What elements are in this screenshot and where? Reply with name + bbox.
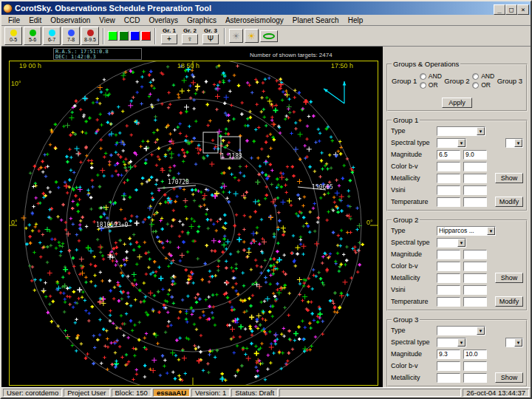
combo-value	[437, 327, 477, 335]
metallicity-field[interactable]	[437, 174, 460, 183]
andor-option-label: OR	[481, 81, 491, 89]
color-b-v-field[interactable]	[437, 361, 460, 371]
hour-label-2: 18 50 h	[177, 62, 200, 69]
magnitude-field[interactable]	[463, 250, 487, 259]
metallicity-field[interactable]	[437, 373, 460, 383]
magnitude-filter-button-0-5[interactable]: 0-5	[4, 27, 22, 45]
andor-2-and-radio[interactable]	[472, 73, 479, 80]
group-2-row-temperature: TemperatureModify	[389, 296, 525, 307]
magnitude-field[interactable]	[437, 250, 460, 259]
close-button[interactable]: ×	[517, 4, 529, 15]
menu-overlays[interactable]: Overlays	[144, 16, 182, 24]
maximize-button[interactable]: □	[505, 4, 517, 15]
magnitude-filter-button-5-6[interactable]: 5-6	[24, 27, 41, 45]
group-3-label: Group 3	[497, 77, 522, 85]
color-b-v-field[interactable]	[437, 262, 460, 271]
combo-value	[437, 127, 477, 135]
color-b-v-field[interactable]	[437, 162, 460, 171]
ellipse-overlay-button[interactable]	[260, 30, 278, 42]
magnitude-filter-button-8-9-5[interactable]: 8-9.5	[81, 27, 99, 45]
toolbar-separator	[224, 28, 225, 44]
menu-planet-search[interactable]: Planet Search	[288, 16, 344, 24]
type-combobox[interactable]: Hipparcos ...▼	[437, 226, 496, 236]
andor-1-or-radio[interactable]	[420, 82, 426, 89]
spectral-type-label: Spectral type	[391, 139, 434, 146]
metallicity-field[interactable]	[463, 373, 487, 383]
type-combobox[interactable]: ▼	[437, 326, 485, 335]
chevron-down-icon: ▼	[457, 139, 466, 147]
andor-1-and-radio[interactable]	[420, 73, 426, 80]
color-swatch-button-2[interactable]	[119, 31, 129, 41]
color-b-v-field[interactable]	[463, 262, 487, 271]
color-b-v-field[interactable]	[463, 361, 487, 371]
spectral-type-label: Spectral type	[391, 239, 434, 246]
magnitude-field[interactable]: 9.3	[437, 349, 460, 359]
group-tool-button-2[interactable]: ♀	[182, 34, 198, 44]
group-1-box: Group 1Type▼Spectral type▼▼Magnitude6.59…	[386, 116, 528, 211]
menu-ccd[interactable]: CCD	[120, 16, 145, 24]
menu-edit[interactable]: Edit	[24, 16, 46, 24]
menu-observation[interactable]: Observation	[46, 16, 95, 24]
group-tool-button-1[interactable]: +	[161, 34, 177, 44]
show-button-group-3[interactable]: Show	[495, 372, 523, 383]
window-title: CorotSky. Observations Schedule Preparat…	[15, 4, 491, 13]
spectral-type-combobox[interactable]: ▼	[437, 238, 466, 248]
magnitude-label: Magnitude	[391, 151, 434, 158]
menu-file[interactable]: File	[4, 16, 24, 24]
type-label: Type	[391, 227, 434, 234]
group-2-box: Group 2TypeHipparcos ...▼Spectral type▼M…	[386, 216, 528, 311]
color-swatch-button-4[interactable]	[141, 31, 151, 41]
spectral-type-combobox[interactable]: ▼	[505, 338, 523, 347]
magnitude-field[interactable]: 6.5	[437, 150, 460, 160]
metallicity-field[interactable]	[463, 273, 487, 283]
magnitude-label: Magnitude	[391, 250, 434, 258]
spectral-type-combobox[interactable]: ▼	[505, 138, 523, 148]
magnitude-range-label: 6-7	[48, 37, 55, 42]
sun-yellow-button[interactable]: ☀	[245, 29, 259, 43]
modify-button-group-1[interactable]: Modify	[495, 197, 523, 207]
magnitude-field[interactable]: 10.0	[463, 349, 487, 359]
menu-graphics[interactable]: Graphics	[183, 16, 221, 24]
combo-value: Hipparcos ...	[437, 227, 487, 235]
color-swatch-button-1[interactable]	[108, 31, 117, 41]
dec-readout: DEC: 1:42:0.3	[55, 55, 140, 60]
magnitude-filter-button-6-7[interactable]: 6-7	[43, 27, 61, 45]
color-swatch-button-3[interactable]	[130, 31, 140, 41]
group-tool-button-3[interactable]: Ψ	[202, 34, 219, 44]
type-combobox[interactable]: ▼	[437, 126, 485, 136]
metallicity-field[interactable]	[437, 273, 460, 283]
project-segment: Project User	[64, 389, 109, 397]
temperature-field[interactable]	[437, 197, 460, 207]
vsini-field[interactable]	[437, 285, 460, 295]
vsini-field[interactable]	[463, 185, 487, 195]
temperature-field[interactable]	[463, 197, 487, 207]
temperature-field[interactable]	[437, 297, 460, 307]
color-b-v-field[interactable]	[463, 162, 487, 171]
star-color-icon	[10, 30, 17, 36]
andor-2-or-radio[interactable]	[472, 82, 479, 89]
temperature-field[interactable]	[463, 297, 487, 307]
show-button-group-1[interactable]: Show	[495, 173, 523, 183]
menu-view[interactable]: View	[95, 16, 120, 24]
apply-button[interactable]: Apply	[442, 98, 472, 108]
vsini-field[interactable]	[463, 285, 487, 295]
metallicity-field[interactable]	[463, 174, 487, 183]
combo-value	[437, 239, 457, 247]
show-button-group-2[interactable]: Show	[495, 273, 523, 283]
magnitude-filter-button-7-8[interactable]: 7-8	[62, 27, 80, 45]
spectral-type-combobox[interactable]: ▼	[437, 338, 466, 347]
vsini-field[interactable]	[437, 185, 460, 195]
sun-gray-button[interactable]: ☀	[229, 29, 243, 43]
magnitude-field[interactable]: 9.0	[463, 150, 487, 160]
declination-label-3: 0°	[366, 219, 373, 226]
color-b-v-label: Color b-v	[391, 362, 434, 369]
modify-button-group-2[interactable]: Modify	[495, 296, 523, 307]
minimize-button[interactable]: _	[494, 4, 505, 15]
menubar: FileEditObservationViewCCDOverlaysGraphi…	[1, 15, 531, 26]
spectral-type-combobox[interactable]: ▼	[437, 138, 466, 148]
menu-asteroseismology[interactable]: Asteroseismology	[221, 16, 288, 24]
sky-map-canvas[interactable]	[9, 61, 378, 386]
menu-help[interactable]: Help	[344, 16, 368, 24]
andor-option: AND	[472, 72, 494, 80]
temperature-label: Temperature	[391, 298, 434, 305]
